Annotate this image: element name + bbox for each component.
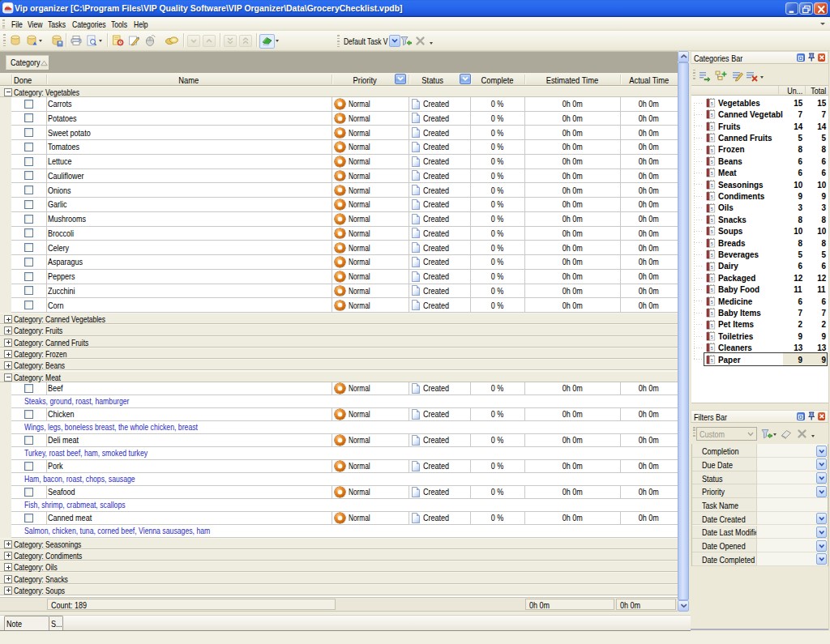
svg-text:5: 5 (710, 172, 712, 177)
svg-text:5: 5 (710, 335, 712, 339)
svg-text:5: 5 (710, 113, 712, 118)
svg-text:5: 5 (710, 125, 712, 130)
svg-text:5: 5 (710, 241, 712, 246)
svg-text:5: 5 (710, 218, 712, 223)
svg-text:5: 5 (710, 101, 712, 106)
svg-text:5: 5 (710, 358, 712, 363)
svg-text:5: 5 (710, 148, 712, 153)
svg-text:5: 5 (710, 230, 712, 235)
svg-text:5: 5 (710, 207, 712, 211)
svg-text:5: 5 (710, 253, 712, 258)
svg-text:5: 5 (710, 265, 712, 270)
svg-text:5: 5 (710, 136, 712, 141)
svg-text:5: 5 (710, 311, 712, 316)
svg-text:5: 5 (710, 300, 712, 305)
svg-text:5: 5 (710, 276, 712, 281)
svg-text:5: 5 (710, 288, 712, 293)
svg-text:5: 5 (710, 347, 712, 352)
svg-text:5: 5 (710, 194, 712, 199)
svg-text:5: 5 (710, 160, 712, 164)
svg-text:5: 5 (710, 183, 712, 188)
svg-text:5: 5 (710, 323, 712, 328)
